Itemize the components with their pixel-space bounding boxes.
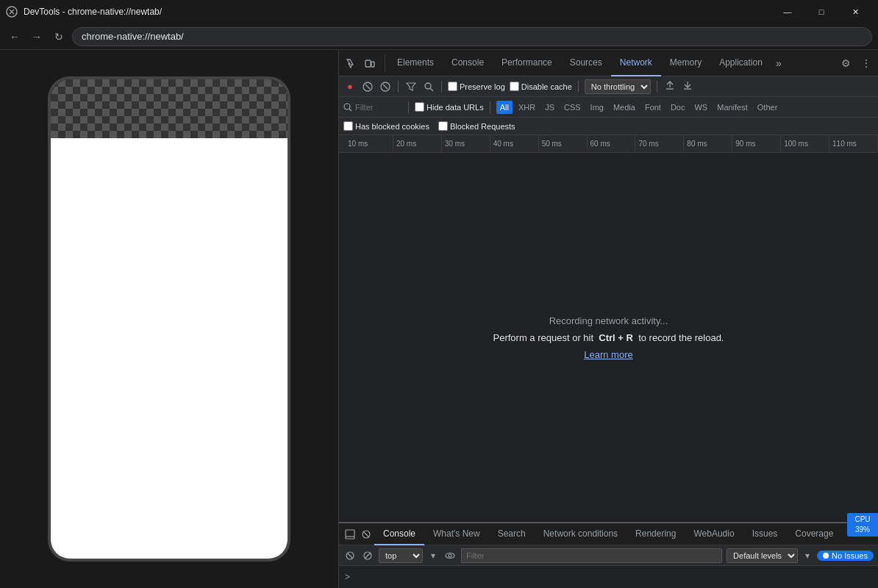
tab-application[interactable]: Application xyxy=(710,50,771,76)
filter-input-wrap xyxy=(343,103,402,112)
inspect-icon[interactable] xyxy=(342,54,360,72)
window-title: DevTools - chrome-native://newtab/ xyxy=(24,7,765,17)
console-prompt-symbol: > xyxy=(345,572,350,582)
has-blocked-cookies-checkbox[interactable]: Has blocked cookies xyxy=(343,121,429,131)
console-toolbar: top ▾ Default levels ▾ No Issues xyxy=(339,545,878,566)
console-tab-coverage[interactable]: Coverage xyxy=(786,523,842,545)
levels-dropdown-icon[interactable]: ▾ xyxy=(802,551,813,561)
maximize-button[interactable]: □ xyxy=(804,0,838,24)
more-options-icon[interactable]: ⋮ xyxy=(857,54,875,72)
filter-other-button[interactable]: Other xyxy=(754,101,782,114)
context-select[interactable]: top xyxy=(379,548,423,563)
ban-icon[interactable] xyxy=(358,526,374,542)
window-controls: — □ ✕ xyxy=(771,0,872,24)
clear-button[interactable] xyxy=(379,80,392,93)
drawer-toggle-button[interactable] xyxy=(342,526,358,542)
tick-100ms: 100 ms xyxy=(781,135,829,152)
issues-dot-icon xyxy=(823,553,829,559)
tab-network[interactable]: Network xyxy=(611,50,661,76)
filter-font-button[interactable]: Font xyxy=(641,101,665,114)
tab-console[interactable]: Console xyxy=(443,50,493,76)
filter-search-icon xyxy=(343,103,352,112)
minimize-button[interactable]: — xyxy=(771,0,804,24)
devtools-icon xyxy=(6,6,18,18)
device-toggle-icon[interactable] xyxy=(361,54,379,72)
filter-xhr-button[interactable]: XHR xyxy=(515,101,539,114)
tab-memory[interactable]: Memory xyxy=(661,50,710,76)
tick-90ms: 90 ms xyxy=(732,135,781,152)
toolbar-separator-3 xyxy=(578,81,579,93)
tab-elements[interactable]: Elements xyxy=(388,50,443,76)
stop-button[interactable] xyxy=(361,80,374,93)
filter-type-group: All XHR JS CSS Img Media Font Doc WS Man… xyxy=(496,101,782,114)
console-tab-search[interactable]: Search xyxy=(489,523,535,545)
context-dropdown-icon[interactable]: ▾ xyxy=(427,550,439,562)
filter-ws-button[interactable]: WS xyxy=(690,101,711,114)
clear-console-icon[interactable] xyxy=(343,549,357,562)
console-tab-console[interactable]: Console xyxy=(374,523,424,545)
record-instruction: Perform a request or hit Ctrl + R to rec… xyxy=(493,332,724,343)
log-level-select[interactable]: Default levels xyxy=(727,548,798,563)
ban-console-icon[interactable] xyxy=(361,549,374,562)
import-button[interactable] xyxy=(663,79,677,94)
disable-cache-checkbox[interactable]: Disable cache xyxy=(510,82,572,91)
filter-checkboxes: Has blocked cookies Blocked Requests xyxy=(339,118,878,135)
console-tab-whats-new[interactable]: What's New xyxy=(424,523,489,545)
record-button[interactable]: ● xyxy=(343,80,357,93)
svg-point-25 xyxy=(449,554,452,557)
tick-20ms: 20 ms xyxy=(393,135,442,152)
filter-css-button[interactable]: CSS xyxy=(560,101,585,114)
svg-rect-16 xyxy=(346,530,354,539)
tab-performance[interactable]: Performance xyxy=(493,50,561,76)
eye-icon[interactable] xyxy=(443,549,457,562)
settings-icon[interactable]: ⚙ xyxy=(837,54,854,72)
svg-line-9 xyxy=(430,88,433,91)
address-bar-row: ← → ↻ xyxy=(0,24,878,50)
svg-rect-2 xyxy=(371,62,374,67)
tab-sources[interactable]: Sources xyxy=(561,50,611,76)
filter-js-button[interactable]: JS xyxy=(541,101,558,114)
filter-input[interactable] xyxy=(355,103,399,112)
export-button[interactable] xyxy=(681,79,694,94)
search-network-icon[interactable] xyxy=(422,80,435,93)
console-tab-issues[interactable]: Issues xyxy=(743,523,787,545)
filter-img-button[interactable]: Img xyxy=(587,101,607,114)
reload-button[interactable]: ↻ xyxy=(50,28,68,46)
back-button[interactable]: ← xyxy=(6,28,24,46)
learn-more-link[interactable]: Learn more xyxy=(584,349,632,360)
blocked-requests-checkbox[interactable]: Blocked Requests xyxy=(438,121,515,131)
svg-line-23 xyxy=(365,553,371,559)
svg-line-19 xyxy=(363,531,369,537)
console-filter-input[interactable] xyxy=(461,548,722,563)
filter-media-button[interactable]: Media xyxy=(610,101,639,114)
svg-line-15 xyxy=(349,109,351,111)
no-issues-badge[interactable]: No Issues xyxy=(817,551,874,561)
tick-60ms: 60 ms xyxy=(588,135,636,152)
throttle-select[interactable]: No throttling Fast 3G Slow 3G Offline xyxy=(585,79,651,94)
browser-viewport xyxy=(0,50,338,588)
phone-screen xyxy=(51,138,288,559)
console-tab-rendering[interactable]: Rendering xyxy=(627,523,685,545)
close-button[interactable]: ✕ xyxy=(838,0,872,24)
address-input[interactable] xyxy=(72,27,872,46)
tabs-overflow-button[interactable]: » xyxy=(771,57,786,69)
forward-button[interactable]: → xyxy=(28,28,46,46)
filter-all-button[interactable]: All xyxy=(496,101,513,114)
tick-80ms: 80 ms xyxy=(684,135,732,152)
filter-icon[interactable] xyxy=(404,80,418,93)
svg-point-8 xyxy=(425,83,431,89)
filter-doc-button[interactable]: Doc xyxy=(667,101,689,114)
keyboard-shortcut: Ctrl + R xyxy=(599,332,633,343)
hide-data-urls-checkbox[interactable]: Hide data URLs xyxy=(415,102,484,112)
devtools-icon-group xyxy=(342,54,385,72)
devtools-actions: ⚙ ⋮ xyxy=(837,54,875,72)
tick-50ms: 50 ms xyxy=(539,135,588,152)
tick-110ms: 110 ms xyxy=(829,135,878,152)
tick-70ms: 70 ms xyxy=(635,135,684,152)
filter-separator-1 xyxy=(408,101,409,113)
console-tab-network-conditions[interactable]: Network conditions xyxy=(535,523,627,545)
preserve-log-checkbox[interactable]: Preserve log xyxy=(448,82,505,91)
filter-manifest-button[interactable]: Manifest xyxy=(713,101,752,114)
recording-message: Recording network activity... xyxy=(549,315,668,326)
console-tab-webaudio[interactable]: WebAudio xyxy=(685,523,743,545)
